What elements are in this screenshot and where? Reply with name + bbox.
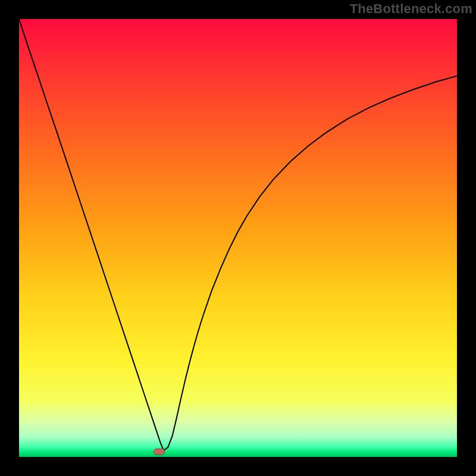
plot-area xyxy=(19,19,457,457)
watermark-text: TheBottleneck.com xyxy=(350,1,472,17)
chart-frame: TheBottleneck.com xyxy=(0,0,476,476)
vertex-marker xyxy=(154,449,165,455)
chart-svg xyxy=(19,19,457,457)
gradient-background xyxy=(19,19,457,457)
